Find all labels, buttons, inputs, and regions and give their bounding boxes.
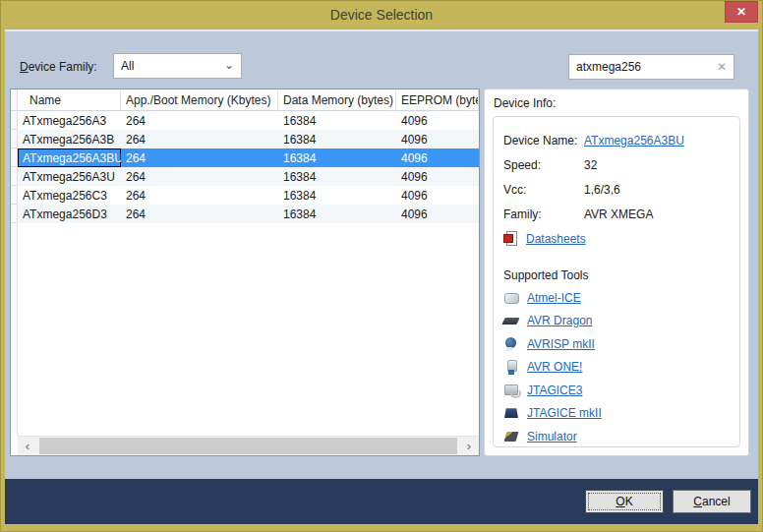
table-row[interactable]: ATxmega256A3U264163844096 xyxy=(18,167,479,186)
row-header-strip xyxy=(11,89,18,436)
column-header[interactable]: Name xyxy=(18,89,121,110)
vcc-label: Vcc: xyxy=(503,183,584,197)
table-row[interactable]: ATxmega256C3264163844096 xyxy=(18,186,479,205)
device-name-row: Device Name: ATxmega256A3BU xyxy=(503,128,730,152)
table-cell: 264 xyxy=(121,130,278,148)
simulator-icon xyxy=(503,429,519,444)
row-header[interactable] xyxy=(11,111,17,130)
table-header: NameApp./Boot Memory (Kbytes)Data Memory… xyxy=(18,89,479,111)
table-cell: ATxmega256D3 xyxy=(18,205,121,223)
tool-item: Atmel-ICE xyxy=(503,286,730,310)
table-cell: ATxmega256A3B xyxy=(18,130,121,148)
search-box: ✕ xyxy=(568,54,734,80)
device-family-selected-value: All xyxy=(121,59,134,73)
table-cell: 264 xyxy=(121,167,278,186)
clear-search-icon[interactable]: ✕ xyxy=(717,60,727,74)
supported-tools-title: Supported Tools xyxy=(503,268,730,282)
family-label: Family: xyxy=(503,207,584,221)
table-cell: 4096 xyxy=(396,167,479,186)
speed-value: 32 xyxy=(584,158,597,172)
scroll-right-icon[interactable]: › xyxy=(459,437,479,455)
tool-link-jtagice3[interactable]: JTAGICE3 xyxy=(527,384,582,397)
scroll-left-icon[interactable]: ‹ xyxy=(18,437,37,455)
row-header[interactable] xyxy=(11,167,17,186)
row-header[interactable] xyxy=(11,148,17,167)
avr-one-icon xyxy=(503,359,519,375)
table-cell: ATxmega256A3U xyxy=(18,167,121,186)
cancel-button[interactable]: Cancel xyxy=(673,490,751,513)
column-header[interactable]: App./Boot Memory (Kbytes) xyxy=(121,89,278,110)
table-cell: 264 xyxy=(121,205,278,223)
device-info-title: Device Info: xyxy=(494,96,556,110)
avrisp-mkii-icon xyxy=(503,336,519,352)
device-name-link[interactable]: ATxmega256A3BU xyxy=(584,134,684,148)
table-cell: 4096 xyxy=(396,111,479,130)
table-cell: 4096 xyxy=(396,148,479,167)
jtagice3-icon xyxy=(503,383,519,398)
speed-row: Speed: 32 xyxy=(503,152,730,177)
tool-item: JTAGICE3 xyxy=(503,379,730,402)
footer-bar: OK Cancel xyxy=(5,479,758,524)
pdf-icon xyxy=(503,231,519,247)
table-cell: 16384 xyxy=(278,130,396,148)
scrollbar-thumb[interactable] xyxy=(39,438,457,454)
device-info-box: Device Name: ATxmega256A3BU Speed: 32 Vc… xyxy=(493,116,740,447)
dialog-body: Device Family: All ⌄ ✕ NameApp./Boot Mem… xyxy=(5,30,758,524)
table-cell: 264 xyxy=(121,111,278,130)
table-cell: 16384 xyxy=(278,205,396,223)
vcc-value: 1,6/3,6 xyxy=(584,183,620,197)
row-header[interactable] xyxy=(11,205,17,223)
row-header[interactable] xyxy=(11,186,17,205)
table-cell: ATxmega256A3 xyxy=(18,111,121,130)
vcc-row: Vcc: 1,6/3,6 xyxy=(503,177,730,202)
row-header[interactable] xyxy=(11,130,17,148)
table-row[interactable]: ATxmega256A3264163844096 xyxy=(18,111,479,130)
horizontal-scrollbar[interactable]: ‹ › xyxy=(18,436,479,455)
table-cell: 264 xyxy=(121,148,278,167)
device-selection-dialog: Device Selection ✕ Device Family: All ⌄ … xyxy=(0,0,763,532)
window-title: Device Selection xyxy=(330,7,433,23)
device-name-label: Device Name: xyxy=(503,134,584,148)
table-cell: 264 xyxy=(121,186,278,205)
avr-dragon-icon xyxy=(503,313,519,328)
family-row: Family: AVR XMEGA xyxy=(503,202,730,226)
device-table: NameApp./Boot Memory (Kbytes)Data Memory… xyxy=(10,89,480,456)
tool-link-atmel-ice[interactable]: Atmel-ICE xyxy=(527,291,581,305)
chevron-down-icon: ⌄ xyxy=(224,58,234,72)
speed-label: Speed: xyxy=(503,158,584,172)
tool-item: JTAGICE mkII xyxy=(503,402,730,426)
table-cell: 16384 xyxy=(278,111,396,130)
close-icon: ✕ xyxy=(736,5,746,19)
column-header[interactable]: EEPROM (bytes) xyxy=(396,89,479,110)
table-row[interactable]: ATxmega256A3BU264163844096 xyxy=(18,148,479,167)
tool-link-avr-dragon[interactable]: AVR Dragon xyxy=(527,314,592,327)
tool-item: AVR ONE! xyxy=(503,356,730,380)
tool-item: Simulator xyxy=(503,425,730,447)
datasheets-link[interactable]: Datasheets xyxy=(526,232,586,246)
row-header-corner xyxy=(11,89,17,111)
table-cell: 16384 xyxy=(278,167,396,186)
device-family-dropdown[interactable]: All ⌄ xyxy=(113,53,242,79)
tool-link-avrisp-mkii[interactable]: AVRISP mkII xyxy=(527,337,595,351)
family-value: AVR XMEGA xyxy=(584,207,653,221)
tool-link-avr-one[interactable]: AVR ONE! xyxy=(527,360,582,374)
table-cell: ATxmega256C3 xyxy=(18,186,121,205)
column-header[interactable]: Data Memory (bytes) xyxy=(278,89,396,110)
atmel-ice-icon xyxy=(503,290,519,306)
device-info-panel: Device Info: Device Name: ATxmega256A3BU… xyxy=(484,89,749,456)
tool-link-simulator[interactable]: Simulator xyxy=(527,430,577,443)
tool-item: AVRISP mkII xyxy=(503,332,730,356)
datasheets-row: Datasheets xyxy=(503,226,730,251)
table-cell: 4096 xyxy=(396,130,479,148)
table-cell: 4096 xyxy=(396,186,479,205)
table-cell: 16384 xyxy=(278,186,396,205)
close-button[interactable]: ✕ xyxy=(725,1,758,23)
device-family-label: Device Family: xyxy=(20,60,97,74)
table-cell: 4096 xyxy=(396,205,479,223)
tool-link-jtagice-mkii[interactable]: JTAGICE mkII xyxy=(527,406,602,420)
table-row[interactable]: ATxmega256A3B264163844096 xyxy=(18,130,479,148)
search-input[interactable] xyxy=(569,55,734,79)
ok-button[interactable]: OK xyxy=(585,490,664,513)
table-cell: ATxmega256A3BU xyxy=(18,148,121,167)
table-row[interactable]: ATxmega256D3264163844096 xyxy=(18,205,479,223)
